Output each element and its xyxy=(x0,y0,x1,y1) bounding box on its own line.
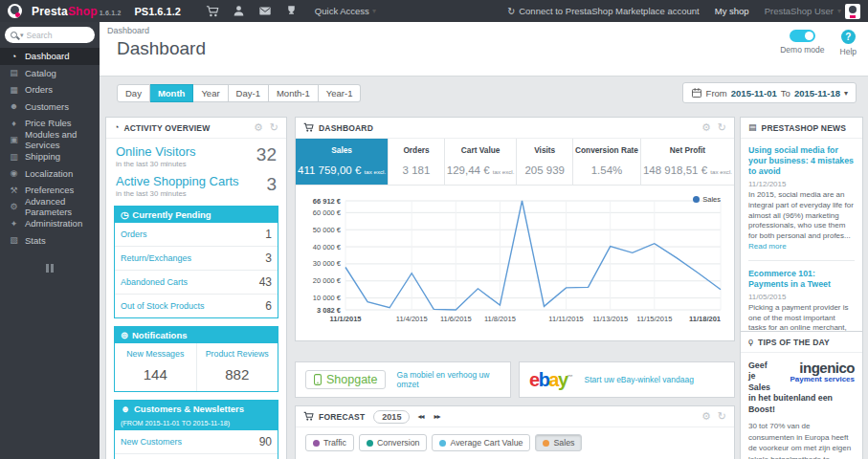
svg-text:11/8/2015: 11/8/2015 xyxy=(484,315,516,323)
globe-icon: ◉ xyxy=(9,168,19,178)
demo-mode-toggle[interactable] xyxy=(790,30,815,42)
sidebar-item-customers[interactable]: ☻Customers xyxy=(0,98,100,116)
svg-text:11/1/2015: 11/1/2015 xyxy=(330,315,362,323)
new-subscriptions-row[interactable]: New Subscriptions18 xyxy=(115,454,278,459)
metric-sales[interactable]: Sales411 759,00 € tax excl. xyxy=(296,139,389,185)
forecast-panel-title: FORECAST xyxy=(319,412,365,422)
gear-icon[interactable]: ⚙ xyxy=(254,122,263,133)
messages-icon[interactable] xyxy=(258,5,272,17)
metric-net-profit[interactable]: Net Profit148 918,51 € tax excl. xyxy=(641,139,734,185)
date-preset-day-1[interactable]: Day-1 xyxy=(229,84,269,102)
search-icon xyxy=(11,32,17,38)
date-preset-month[interactable]: Month xyxy=(150,84,194,102)
sync-icon: ↻ xyxy=(507,6,515,16)
modules-icon: ▣ xyxy=(9,135,19,144)
active-carts-link[interactable]: Active Shopping Carts xyxy=(116,174,239,188)
forecast-panel: FORECAST 2015 ◂◂ ▸▸ ⚙↻ Traffic Conversio… xyxy=(295,405,735,459)
sidebar-item-dashboard[interactable]: ◔Dashboard xyxy=(0,48,100,65)
sidebar-item-administration[interactable]: ✦Administration xyxy=(0,215,100,232)
marketplace-connect-link[interactable]: ↻Connect to PrestaShop Marketplace accou… xyxy=(507,6,700,16)
shop-name[interactable]: PS1.6.1.2 xyxy=(135,6,181,17)
chevron-down-icon: ▾ xyxy=(844,89,848,98)
search-scope-caret[interactable]: ▾ xyxy=(20,32,24,39)
shopgate-ad-link[interactable]: Ga mobiel en verhoog uw omzet xyxy=(397,370,501,389)
clock-icon: ◷ xyxy=(121,209,128,220)
legend-dot-sales xyxy=(693,196,700,203)
average-cart-value-dot-icon xyxy=(439,440,446,447)
user-menu[interactable]: PrestaShop User▾ xyxy=(765,4,860,19)
my-shop-link[interactable]: My shop xyxy=(715,6,749,16)
metric-cart-value[interactable]: Cart Value129,44 € tax excl. xyxy=(445,139,518,185)
refresh-icon[interactable]: ↻ xyxy=(718,122,726,133)
tips-panel-title: TIPS OF THE DAY xyxy=(758,338,830,347)
toggle-average-cart-value[interactable]: Average Cart Value xyxy=(432,434,530,451)
gear-icon[interactable]: ⚙ xyxy=(701,411,711,422)
refresh-icon[interactable]: ↻ xyxy=(718,411,726,422)
ebay-ad-link[interactable]: Start uw eBay-winkel vandaag xyxy=(585,375,694,384)
active-carts-row: Active Shopping Cartsin the last 30 minu… xyxy=(106,168,286,198)
new-customers-row[interactable]: New Customers90 xyxy=(115,430,278,454)
bell-icon: ⊚ xyxy=(121,330,128,340)
pending-returns-row[interactable]: Return/Exchanges3 xyxy=(115,247,278,271)
svg-text:11/15/2015: 11/15/2015 xyxy=(636,315,672,323)
customer-icon[interactable] xyxy=(233,5,245,17)
avatar xyxy=(845,4,860,19)
toggle-traffic[interactable]: Traffic xyxy=(305,434,354,451)
svg-text:11/18/201: 11/18/201 xyxy=(689,315,721,323)
metric-visits[interactable]: Visits205 939 xyxy=(517,139,573,185)
sidebar-item-shipping[interactable]: ▥Shipping xyxy=(0,148,100,165)
date-filter-row: Day Month Year Day-1 Month-1 Year-1 From… xyxy=(100,76,868,115)
ebay-ad-card: ebay™ Start uw eBay-winkel vandaag xyxy=(519,361,735,398)
ingenico-logo-subtext: Payment services xyxy=(780,375,855,383)
metric-orders[interactable]: Orders3 181 xyxy=(389,139,445,185)
chevron-down-icon: ▾ xyxy=(837,7,841,15)
date-preset-year[interactable]: Year xyxy=(193,84,228,102)
read-more-link[interactable]: Read more xyxy=(748,242,787,251)
sidebar-item-stats[interactable]: ▧Stats xyxy=(0,232,100,250)
cart-icon xyxy=(303,411,314,422)
date-preset-year-1[interactable]: Year-1 xyxy=(319,84,362,102)
brand-name[interactable]: PrestaShop1.6.1.2 xyxy=(32,5,122,18)
out-of-stock-row[interactable]: Out of Stock Products6 xyxy=(115,295,278,317)
abandoned-carts-row[interactable]: Abandoned Carts43 xyxy=(115,271,278,295)
svg-text:40 000 €: 40 000 € xyxy=(313,243,342,251)
currently-pending-block: ◷Currently Pending Orders1 Return/Exchan… xyxy=(114,206,278,318)
news-article-title[interactable]: Ecommerce 101: Payments in a Tweet xyxy=(748,269,855,290)
sidebar-item-localization[interactable]: ◉Localization xyxy=(0,165,100,183)
date-preset-day[interactable]: Day xyxy=(117,84,150,102)
news-article-title[interactable]: Using social media for your business: 4 … xyxy=(748,145,855,177)
prestashop-logo-icon[interactable] xyxy=(8,4,22,18)
date-range-picker[interactable]: From 2015-11-01 To 2015-11-18 ▾ xyxy=(682,82,857,103)
product-reviews-cell[interactable]: Product Reviews882 xyxy=(196,343,278,391)
search-input[interactable] xyxy=(27,31,77,40)
search-box[interactable]: ▾ xyxy=(5,27,95,43)
sidebar-item-advanced-parameters[interactable]: ⚙Advanced Parameters xyxy=(0,199,100,216)
sidebar-collapse-button[interactable] xyxy=(0,264,100,273)
online-visitors-link[interactable]: Online Visitors xyxy=(116,144,196,159)
gear-icon[interactable]: ⚙ xyxy=(701,122,711,133)
new-messages-cell[interactable]: New Messages144 xyxy=(115,343,196,391)
help-label: Help xyxy=(840,47,857,56)
phone-icon xyxy=(313,373,323,386)
refresh-icon[interactable]: ↻ xyxy=(270,122,278,133)
toggle-conversion[interactable]: Conversion xyxy=(359,434,428,451)
sidebar-item-modules[interactable]: ▣Modules and Services xyxy=(0,132,100,149)
metric-conversion-rate[interactable]: Conversion Rate1.54% xyxy=(573,139,641,185)
forecast-prev-button[interactable]: ◂◂ xyxy=(414,411,426,422)
toggle-sales[interactable]: Sales xyxy=(535,434,582,451)
pending-orders-row[interactable]: Orders1 xyxy=(115,223,278,247)
quick-access-menu[interactable]: Quick Access▾ xyxy=(315,6,376,16)
date-preset-month-1[interactable]: Month-1 xyxy=(269,84,319,102)
price-tag-icon: ♦ xyxy=(9,119,19,128)
shopgate-logo: Shopgate xyxy=(305,370,386,389)
activity-overview-panel: ◔ ACTIVITY OVERVIEW ⚙↻ Online Visitorsin… xyxy=(105,117,287,459)
sidebar-item-orders[interactable]: ▦Orders xyxy=(0,81,100,98)
dashboard-icon: ◔ xyxy=(9,52,19,61)
news-article-date: 11/05/2015 xyxy=(748,293,855,301)
forecast-next-button[interactable]: ▸▸ xyxy=(431,411,442,422)
trophy-icon[interactable] xyxy=(285,5,298,17)
help-icon[interactable]: ? xyxy=(841,30,856,44)
sidebar-item-catalog[interactable]: ▤Catalog xyxy=(0,65,100,82)
stats-icon: ▧ xyxy=(9,235,19,245)
cart-icon[interactable] xyxy=(206,5,219,18)
